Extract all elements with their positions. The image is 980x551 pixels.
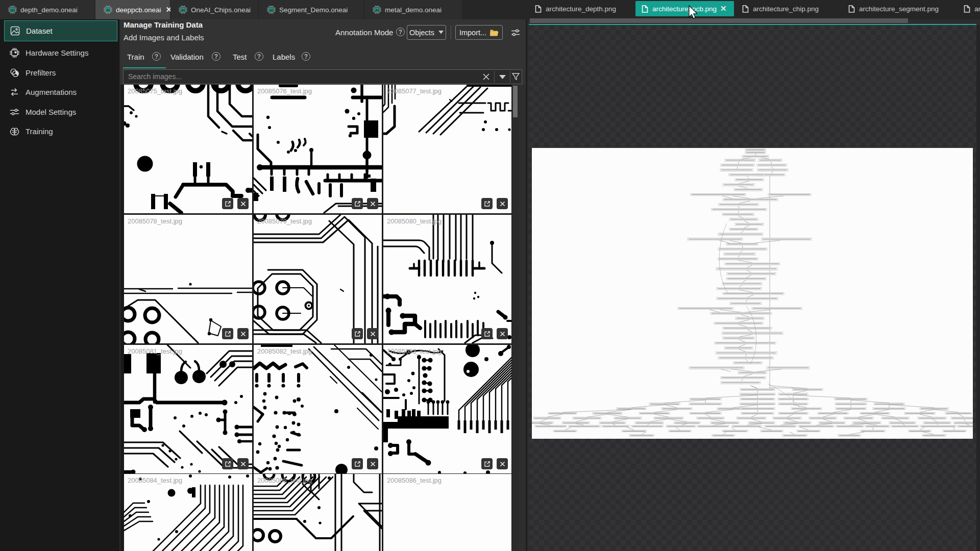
svg-text:AI: AI: [106, 8, 110, 12]
svg-text:AI: AI: [181, 8, 185, 12]
svg-text:AI: AI: [11, 8, 14, 12]
svg-text:AI: AI: [375, 8, 379, 12]
svg-text:AI: AI: [270, 8, 273, 12]
